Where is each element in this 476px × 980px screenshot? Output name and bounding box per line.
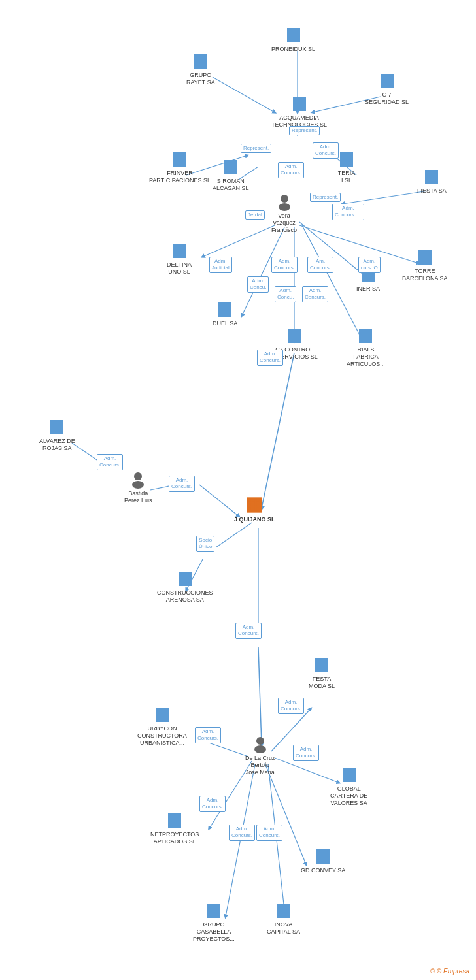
svg-rect-44 — [382, 76, 385, 78]
building-icon — [165, 810, 184, 830]
node-de-la-cruz[interactable]: De La CruzBertoloJose Maria — [245, 735, 275, 776]
node-inova-capital[interactable]: INOVACAPITAL SA — [267, 900, 300, 936]
svg-rect-83 — [427, 180, 430, 182]
building-icon — [422, 167, 441, 186]
watermark-text: © Empresa — [437, 968, 469, 975]
node-s-roman[interactable]: S ROMANALCASAN SL — [212, 157, 249, 192]
svg-rect-77 — [346, 162, 348, 165]
node-rials[interactable]: RIALSFABRICAARTICULOS... — [347, 325, 385, 367]
badge-adm-concurs-festa[interactable]: Adm.Concurs. — [278, 698, 304, 714]
svg-rect-139 — [248, 499, 251, 502]
badge-jerdal[interactable]: Jerdal — [245, 210, 265, 220]
svg-rect-35 — [293, 38, 296, 41]
badge-adm-concurs-quijano[interactable]: Adm.Concurs. — [235, 623, 262, 639]
badge-adm-concurs-3[interactable]: Adm.Concurs..... — [332, 204, 364, 220]
svg-rect-120 — [290, 338, 292, 341]
svg-rect-176 — [345, 777, 347, 780]
badge-adm-concurs-net[interactable]: Adm.Concurs. — [199, 796, 226, 812]
svg-rect-152 — [184, 578, 187, 580]
badge-adm-concurs-delacruz[interactable]: Adm.Concurs. — [293, 745, 319, 761]
node-teria[interactable]: TERIAI SL — [337, 149, 356, 184]
building-icon — [47, 417, 67, 436]
node-label: J QUIJANO SL — [234, 516, 275, 523]
node-acquamedia[interactable]: ACQUAMEDIATECHNOLOGIES SL — [271, 93, 327, 129]
node-festa-moda[interactable]: FESTAMODA SL — [309, 655, 335, 690]
node-label: GLOBALCARTERA DEVALORES SA — [330, 785, 367, 806]
badge-adm-concurs-bastida[interactable]: Adm.Concurs. — [169, 476, 195, 492]
node-gd-convey[interactable]: GD CONVEY SA — [301, 846, 345, 874]
node-urbycon[interactable]: URBYCONCONSTRUCTORAURBANISTICA... — [137, 704, 187, 746]
svg-rect-197 — [209, 913, 212, 916]
node-global-cartera[interactable]: GLOBALCARTERA DEVALORES SA — [330, 764, 367, 806]
node-fiesta-sa[interactable]: FIESTA SA — [417, 167, 447, 195]
svg-line-7 — [343, 191, 428, 204]
svg-rect-158 — [317, 664, 320, 666]
svg-rect-65 — [226, 162, 229, 165]
node-j-quijano[interactable]: J QUIJANO SL — [234, 495, 275, 523]
node-c7-seguridad[interactable]: C 7SEGURIDAD SL — [365, 71, 409, 106]
svg-point-169 — [256, 737, 264, 745]
building-icon — [312, 655, 332, 674]
svg-rect-45 — [386, 76, 389, 78]
svg-rect-141 — [256, 499, 259, 502]
badge-socio-unico[interactable]: SocioÚnico — [196, 536, 214, 552]
badge-adm-concu-2[interactable]: Adm.Concu. — [275, 286, 296, 302]
badge-represent-1[interactable]: Represent. — [289, 126, 320, 135]
building-icon — [356, 325, 375, 345]
svg-rect-76 — [342, 162, 345, 165]
badge-adm-concurs-bottom-right[interactable]: Adm.Concurs. — [256, 825, 282, 841]
badge-represent-2[interactable]: Represent. — [241, 144, 271, 153]
node-label: ALVAREZ DEROJAS SA — [39, 438, 75, 452]
svg-rect-48 — [382, 84, 385, 86]
svg-rect-34 — [289, 38, 292, 41]
badge-adm-concurs-1[interactable]: Adm.Concurs. — [313, 142, 339, 159]
person-icon — [251, 735, 269, 753]
node-label: RIALSFABRICAARTICULOS... — [347, 346, 385, 367]
node-grupo-rayet[interactable]: GRUPORAYET SA — [186, 51, 215, 86]
badge-adm-concu-1[interactable]: Adm.Concu. — [247, 276, 269, 293]
node-vera-vazquez[interactable]: VeraVazquezFrancisco — [271, 193, 297, 233]
badge-adm-curs-o[interactable]: Adm.curs. O — [358, 257, 381, 273]
svg-rect-60 — [175, 158, 178, 161]
node-proneidux[interactable]: PRONEIDUX SL — [271, 25, 315, 53]
svg-rect-81 — [427, 176, 430, 178]
svg-rect-82 — [431, 176, 434, 178]
badge-adm-concurs-6[interactable]: Adm.Concurs. — [257, 350, 283, 366]
node-grupo-casabella[interactable]: GRUPOCASABELLAPROYECTOS... — [193, 900, 235, 942]
svg-rect-205 — [283, 913, 286, 916]
svg-rect-133 — [56, 426, 59, 429]
badge-adm-concurs-4[interactable]: Adm.Concurs. — [271, 257, 298, 273]
node-delfina[interactable]: DELFINAUNO SL — [167, 240, 192, 276]
svg-rect-132 — [52, 426, 55, 429]
svg-rect-98 — [424, 256, 427, 259]
svg-rect-119 — [294, 335, 296, 337]
node-alvarez-rojas[interactable]: ALVAREZ DEROJAS SA — [39, 417, 75, 452]
node-bastida[interactable]: BastidaPerez Luis — [124, 470, 152, 504]
badge-adm-concurs-alvarez[interactable]: Adm.Concurs. — [97, 454, 123, 470]
badge-adm-judicial[interactable]: Adm.Judicial — [209, 257, 232, 273]
badge-adm-concurs-2[interactable]: Adm.Concurs. — [278, 162, 304, 178]
node-torre-barcelona[interactable]: TORREBARCELONA SA — [402, 247, 448, 282]
badge-represent-3[interactable]: Represent. — [310, 193, 341, 202]
svg-rect-74 — [342, 158, 345, 161]
svg-rect-177 — [348, 777, 351, 780]
svg-rect-156 — [317, 660, 320, 662]
svg-rect-31 — [293, 30, 296, 33]
node-netproyectos[interactable]: NETPROYECTOSAPLICADOS SL — [150, 810, 199, 845]
node-duel[interactable]: DUEL SA — [212, 299, 237, 327]
badge-adm-concurs-bottom-left[interactable]: Adm.Concurs. — [229, 825, 255, 841]
svg-rect-151 — [180, 578, 183, 580]
svg-rect-38 — [200, 56, 203, 59]
badge-am-concurs[interactable]: Am.Concurs. — [307, 257, 333, 273]
svg-point-85 — [280, 195, 288, 203]
svg-rect-73 — [346, 154, 348, 157]
svg-rect-198 — [213, 913, 216, 916]
badge-adm-concurs-5[interactable]: Adm.Concurs. — [302, 286, 328, 302]
person-icon — [129, 470, 147, 489]
node-construcciones[interactable]: CONSTRUCCIONESARENOSA SA — [157, 568, 213, 604]
svg-rect-123 — [361, 331, 364, 333]
node-frinver[interactable]: FRINVERPARTICIPACIONES SL — [149, 149, 211, 184]
badge-adm-concurs-urbycon[interactable]: Adm.Concurs. — [195, 727, 221, 743]
node-label: NETPROYECTOSAPLICADOS SL — [150, 831, 199, 845]
svg-rect-62 — [175, 162, 178, 165]
